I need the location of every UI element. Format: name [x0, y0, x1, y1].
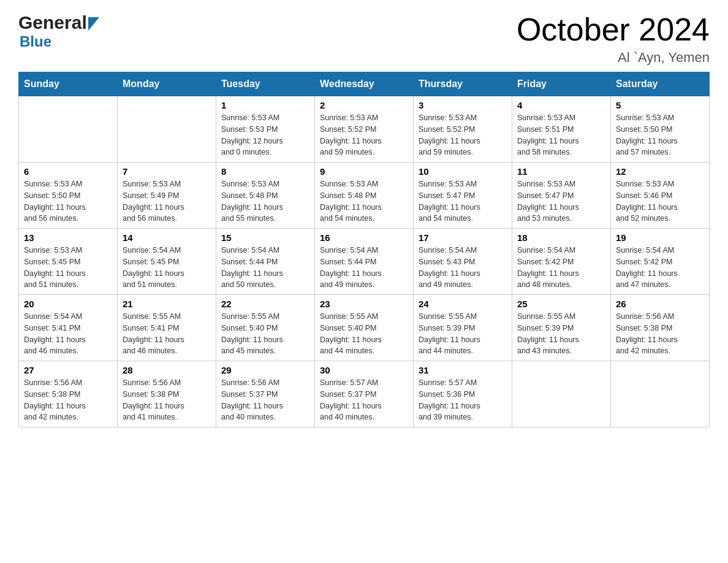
calendar-cell: [19, 96, 118, 163]
day-header-wednesday: Wednesday: [315, 72, 414, 96]
calendar-cell: 5Sunrise: 5:53 AMSunset: 5:50 PMDaylight…: [611, 96, 710, 163]
day-info: Sunrise: 5:56 AMSunset: 5:37 PMDaylight:…: [221, 377, 309, 423]
day-number: 28: [123, 365, 211, 375]
calendar-cell: [118, 96, 216, 163]
calendar-cell: 25Sunrise: 5:55 AMSunset: 5:39 PMDayligh…: [512, 295, 611, 361]
logo-general-text: General: [18, 12, 87, 33]
day-number: 23: [320, 299, 408, 309]
calendar-cell: 19Sunrise: 5:54 AMSunset: 5:42 PMDayligh…: [611, 229, 710, 295]
day-number: 24: [419, 299, 507, 309]
week-row-3: 13Sunrise: 5:53 AMSunset: 5:45 PMDayligh…: [19, 229, 710, 295]
calendar-cell: 24Sunrise: 5:55 AMSunset: 5:39 PMDayligh…: [414, 295, 512, 361]
day-info: Sunrise: 5:54 AMSunset: 5:44 PMDaylight:…: [320, 245, 408, 291]
day-info: Sunrise: 5:53 AMSunset: 5:47 PMDaylight:…: [419, 178, 507, 224]
calendar-cell: 17Sunrise: 5:54 AMSunset: 5:43 PMDayligh…: [414, 229, 512, 295]
calendar-cell: 15Sunrise: 5:54 AMSunset: 5:44 PMDayligh…: [216, 229, 315, 295]
day-info: Sunrise: 5:54 AMSunset: 5:45 PMDaylight:…: [123, 245, 211, 291]
day-info: Sunrise: 5:57 AMSunset: 5:36 PMDaylight:…: [419, 377, 507, 423]
day-header-saturday: Saturday: [611, 72, 710, 96]
day-number: 13: [24, 232, 112, 243]
day-number: 14: [123, 232, 211, 243]
day-info: Sunrise: 5:54 AMSunset: 5:41 PMDaylight:…: [24, 311, 112, 357]
day-number: 7: [123, 166, 211, 177]
calendar-cell: 27Sunrise: 5:56 AMSunset: 5:38 PMDayligh…: [19, 361, 118, 427]
day-info: Sunrise: 5:55 AMSunset: 5:39 PMDaylight:…: [517, 311, 605, 357]
day-number: 4: [517, 100, 605, 110]
calendar-cell: 29Sunrise: 5:56 AMSunset: 5:37 PMDayligh…: [216, 361, 315, 427]
day-info: Sunrise: 5:56 AMSunset: 5:38 PMDaylight:…: [616, 311, 704, 357]
day-number: 29: [221, 365, 309, 375]
day-info: Sunrise: 5:53 AMSunset: 5:52 PMDaylight:…: [419, 112, 507, 158]
day-number: 21: [123, 299, 211, 309]
day-info: Sunrise: 5:56 AMSunset: 5:38 PMDaylight:…: [123, 377, 211, 423]
days-of-week-row: SundayMondayTuesdayWednesdayThursdayFrid…: [19, 72, 710, 96]
day-info: Sunrise: 5:53 AMSunset: 5:45 PMDaylight:…: [24, 245, 112, 291]
calendar-cell: 10Sunrise: 5:53 AMSunset: 5:47 PMDayligh…: [414, 163, 512, 229]
day-info: Sunrise: 5:54 AMSunset: 5:43 PMDaylight:…: [419, 245, 507, 291]
calendar-cell: 13Sunrise: 5:53 AMSunset: 5:45 PMDayligh…: [19, 229, 118, 295]
calendar-cell: 16Sunrise: 5:54 AMSunset: 5:44 PMDayligh…: [315, 229, 414, 295]
page-header: General Blue October 2024 Al `Ayn, Yemen: [18, 12, 710, 66]
calendar-cell: 23Sunrise: 5:55 AMSunset: 5:40 PMDayligh…: [315, 295, 414, 361]
day-number: 25: [517, 299, 605, 309]
calendar-cell: 9Sunrise: 5:53 AMSunset: 5:48 PMDaylight…: [315, 163, 414, 229]
day-info: Sunrise: 5:54 AMSunset: 5:42 PMDaylight:…: [517, 245, 605, 291]
day-info: Sunrise: 5:57 AMSunset: 5:37 PMDaylight:…: [320, 377, 408, 423]
day-info: Sunrise: 5:53 AMSunset: 5:53 PMDaylight:…: [221, 112, 309, 158]
day-number: 17: [419, 232, 507, 243]
calendar-cell: 6Sunrise: 5:53 AMSunset: 5:50 PMDaylight…: [19, 163, 118, 229]
day-info: Sunrise: 5:53 AMSunset: 5:48 PMDaylight:…: [320, 178, 408, 224]
logo-triangle-icon: [88, 17, 99, 31]
day-info: Sunrise: 5:55 AMSunset: 5:40 PMDaylight:…: [320, 311, 408, 357]
day-info: Sunrise: 5:53 AMSunset: 5:50 PMDaylight:…: [24, 178, 112, 224]
day-info: Sunrise: 5:53 AMSunset: 5:46 PMDaylight:…: [616, 178, 704, 224]
week-row-1: 1Sunrise: 5:53 AMSunset: 5:53 PMDaylight…: [19, 96, 710, 163]
day-info: Sunrise: 5:55 AMSunset: 5:40 PMDaylight:…: [221, 311, 309, 357]
calendar-cell: 4Sunrise: 5:53 AMSunset: 5:51 PMDaylight…: [512, 96, 611, 163]
day-number: 16: [320, 232, 408, 243]
week-row-5: 27Sunrise: 5:56 AMSunset: 5:38 PMDayligh…: [19, 361, 710, 427]
svg-marker-0: [88, 17, 99, 31]
calendar-cell: 18Sunrise: 5:54 AMSunset: 5:42 PMDayligh…: [512, 229, 611, 295]
day-info: Sunrise: 5:53 AMSunset: 5:47 PMDaylight:…: [517, 178, 605, 224]
calendar-body: 1Sunrise: 5:53 AMSunset: 5:53 PMDaylight…: [19, 96, 710, 427]
calendar-table: SundayMondayTuesdayWednesdayThursdayFrid…: [18, 72, 710, 427]
day-info: Sunrise: 5:53 AMSunset: 5:49 PMDaylight:…: [123, 178, 211, 224]
day-number: 18: [517, 232, 605, 243]
page-subtitle: Al `Ayn, Yemen: [517, 50, 710, 66]
day-number: 15: [221, 232, 309, 243]
day-number: 12: [616, 166, 704, 177]
calendar-cell: 28Sunrise: 5:56 AMSunset: 5:38 PMDayligh…: [118, 361, 216, 427]
day-number: 10: [419, 166, 507, 177]
day-info: Sunrise: 5:54 AMSunset: 5:44 PMDaylight:…: [221, 245, 309, 291]
day-number: 20: [24, 299, 112, 309]
day-number: 11: [517, 166, 605, 177]
day-info: Sunrise: 5:56 AMSunset: 5:38 PMDaylight:…: [24, 377, 112, 423]
day-info: Sunrise: 5:53 AMSunset: 5:48 PMDaylight:…: [221, 178, 309, 224]
calendar-cell: 31Sunrise: 5:57 AMSunset: 5:36 PMDayligh…: [414, 361, 512, 427]
day-number: 8: [221, 166, 309, 177]
day-info: Sunrise: 5:53 AMSunset: 5:52 PMDaylight:…: [320, 112, 408, 158]
day-number: 9: [320, 166, 408, 177]
calendar-cell: 2Sunrise: 5:53 AMSunset: 5:52 PMDaylight…: [315, 96, 414, 163]
day-header-tuesday: Tuesday: [216, 72, 315, 96]
day-info: Sunrise: 5:53 AMSunset: 5:50 PMDaylight:…: [616, 112, 704, 158]
calendar-cell: 20Sunrise: 5:54 AMSunset: 5:41 PMDayligh…: [19, 295, 118, 361]
calendar-cell: 21Sunrise: 5:55 AMSunset: 5:41 PMDayligh…: [118, 295, 216, 361]
day-header-monday: Monday: [118, 72, 216, 96]
day-number: 19: [616, 232, 704, 243]
day-number: 2: [320, 100, 408, 110]
day-info: Sunrise: 5:54 AMSunset: 5:42 PMDaylight:…: [616, 245, 704, 291]
calendar-cell: [611, 361, 710, 427]
day-number: 1: [221, 100, 309, 110]
logo-blue-text: Blue: [20, 33, 51, 50]
day-info: Sunrise: 5:55 AMSunset: 5:41 PMDaylight:…: [123, 311, 211, 357]
day-header-thursday: Thursday: [414, 72, 512, 96]
calendar-cell: 7Sunrise: 5:53 AMSunset: 5:49 PMDaylight…: [118, 163, 216, 229]
week-row-4: 20Sunrise: 5:54 AMSunset: 5:41 PMDayligh…: [19, 295, 710, 361]
week-row-2: 6Sunrise: 5:53 AMSunset: 5:50 PMDaylight…: [19, 163, 710, 229]
day-info: Sunrise: 5:55 AMSunset: 5:39 PMDaylight:…: [419, 311, 507, 357]
calendar-cell: [512, 361, 611, 427]
calendar-cell: 22Sunrise: 5:55 AMSunset: 5:40 PMDayligh…: [216, 295, 315, 361]
logo: General Blue: [18, 12, 99, 50]
